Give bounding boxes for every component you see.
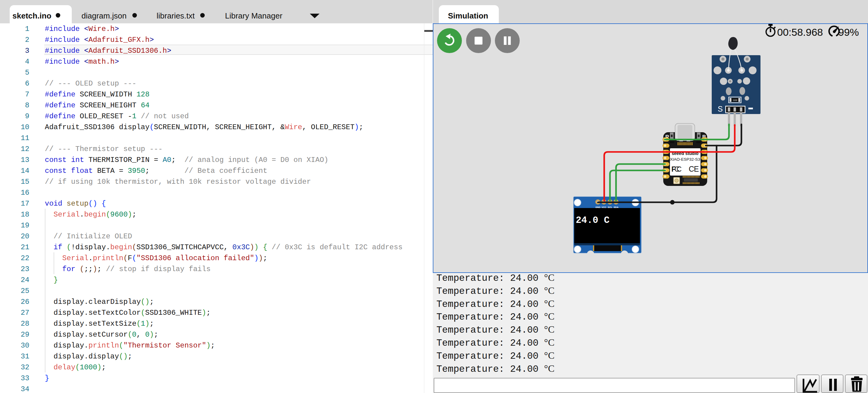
svg-text:SCL: SCL (608, 206, 612, 208)
svg-text:VCC: VCC (601, 206, 606, 208)
svg-text:103: 103 (733, 99, 737, 102)
svg-text:C: C (677, 165, 682, 173)
svg-text:S: S (718, 105, 723, 113)
svg-text:XIAO-ESP32-S3: XIAO-ESP32-S3 (670, 157, 700, 162)
svg-text:GND: GND (595, 206, 600, 208)
svg-text:E: E (694, 165, 699, 173)
svg-text:24.0 C: 24.0 C (576, 215, 610, 226)
svg-text:C: C (689, 165, 694, 173)
svg-text:SDA: SDA (614, 206, 618, 208)
